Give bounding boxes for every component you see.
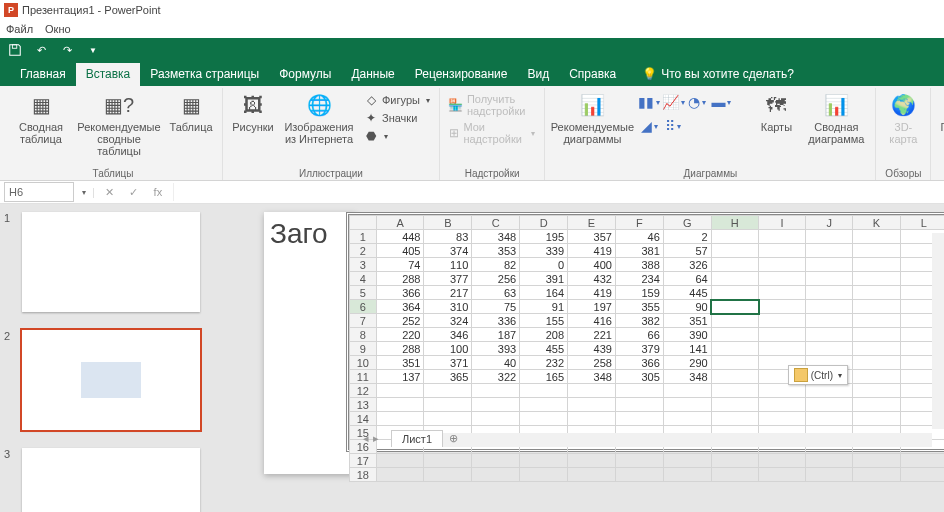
tab-insert[interactable]: Вставка [76, 63, 141, 86]
recommended-pivot-button[interactable]: ▦?Рекомендуемые сводные таблицы [78, 90, 160, 157]
recommended-pivot-icon: ▦? [106, 92, 132, 118]
maps-icon: 🗺 [763, 92, 789, 118]
formula-input[interactable] [173, 183, 940, 201]
tab-review[interactable]: Рецензирование [405, 63, 518, 86]
enter-icon[interactable]: ✓ [125, 183, 143, 201]
group-tables: ▦Сводная таблица ▦?Рекомендуемые сводные… [4, 88, 223, 180]
pivot-table-button[interactable]: ▦Сводная таблица [10, 90, 72, 145]
icons-button[interactable]: ✦Значки [361, 110, 433, 126]
recommended-charts-button[interactable]: 📊Рекомендуемые диаграммы [551, 90, 633, 145]
icons-icon: ✦ [364, 111, 378, 125]
fx-icon[interactable]: fx [149, 183, 167, 201]
line-chart-icon[interactable]: 📈▾ [663, 92, 683, 112]
group-addins-label: Надстройки [465, 166, 520, 179]
tab-formulas[interactable]: Формулы [269, 63, 341, 86]
formula-bar: H6 ▾ | ✕ ✓ fx [0, 181, 944, 204]
group-charts: 📊Рекомендуемые диаграммы ▮▮▾ 📈▾ ◔▾ ▬▾ ◢▾… [545, 88, 876, 180]
tab-layout[interactable]: Разметка страницы [140, 63, 269, 86]
menu-window[interactable]: Окно [45, 23, 71, 35]
qat-more-icon[interactable]: ▼ [84, 41, 102, 59]
sheet-tabs: ◂ ▸ Лист1 ⊕ [351, 429, 463, 447]
svg-rect-0 [12, 45, 16, 49]
my-addins-button[interactable]: ⊞Мои надстройки▾ [446, 120, 538, 146]
tab-view[interactable]: Вид [517, 63, 559, 86]
pivot-chart-icon: 📊 [823, 92, 849, 118]
window-title: Презентация1 - PowerPoint [22, 4, 161, 16]
thumb-num: 2 [4, 330, 16, 430]
app-icon: P [4, 3, 18, 17]
tell-me-label: Что вы хотите сделать? [661, 67, 794, 81]
column-chart-icon[interactable]: ▮▮▾ [639, 92, 659, 112]
ribbon-tabs: Главная Вставка Разметка страницы Формул… [0, 62, 944, 86]
slide-thumb-3[interactable] [22, 448, 200, 512]
save-icon[interactable] [6, 41, 24, 59]
group-illus-label: Иллюстрации [299, 166, 363, 179]
pictures-button[interactable]: 🖼Рисунки [229, 90, 277, 133]
vertical-scrollbar[interactable] [932, 233, 944, 429]
tab-help[interactable]: Справка [559, 63, 626, 86]
bar-chart-icon[interactable]: ▬▾ [711, 92, 731, 112]
group-tables-label: Таблицы [93, 166, 134, 179]
ribbon: ▦Сводная таблица ▦?Рекомендуемые сводные… [0, 86, 944, 181]
slide-canvas: Заго ABCDEFGHIJKL14488334819535746224053… [222, 204, 944, 512]
spark-line-button[interactable]: 〽График [937, 90, 944, 133]
slide-thumb-1[interactable] [22, 212, 200, 312]
group-addins: 🏪Получить надстройки ⊞Мои надстройки▾ На… [440, 88, 545, 180]
add-sheet-button[interactable]: ⊕ [443, 432, 463, 445]
online-pictures-icon: 🌐 [306, 92, 332, 118]
thumb-num: 1 [4, 212, 16, 312]
addins-icon: ⊞ [449, 126, 459, 140]
name-box[interactable]: H6 [4, 182, 74, 202]
3d-map-button[interactable]: 🌍3D-карта [882, 90, 924, 145]
recommended-charts-icon: 📊 [579, 92, 605, 118]
area-chart-icon[interactable]: ◢▾ [639, 116, 659, 136]
namebox-drop-icon[interactable]: ▾ [82, 188, 86, 197]
sheet-tab[interactable]: Лист1 [391, 430, 443, 447]
paste-options-tag[interactable]: (Ctrl)▾ [788, 365, 848, 385]
store-icon: 🏪 [449, 98, 463, 112]
sheet-nav[interactable]: ◂ ▸ [351, 432, 391, 445]
tell-me[interactable]: 💡Что вы хотите сделать? [632, 63, 804, 86]
table-icon: ▦ [178, 92, 204, 118]
bulb-icon: 💡 [642, 67, 657, 81]
globe-icon: 🌍 [890, 92, 916, 118]
pivot-table-icon: ▦ [28, 92, 54, 118]
slide-thumb-2[interactable] [22, 330, 200, 430]
table-button[interactable]: ▦Таблица [166, 90, 216, 133]
group-charts-label: Диаграммы [684, 166, 738, 179]
horizontal-scrollbar[interactable] [391, 433, 932, 447]
workspace: 1 2 3 Заго ABCDEFGHIJKL14488334819535746… [0, 204, 944, 512]
maps-button[interactable]: 🗺Карты [755, 90, 797, 133]
tab-home[interactable]: Главная [10, 63, 76, 86]
pivot-chart-button[interactable]: 📊Сводная диаграмма [803, 90, 869, 145]
shapes-button[interactable]: ◇Фигуры▾ [361, 92, 433, 108]
cancel-icon[interactable]: ✕ [101, 183, 119, 201]
thumb-embed-preview [81, 362, 141, 398]
menu-file[interactable]: Файл [6, 23, 33, 35]
undo-icon[interactable]: ↶ [32, 41, 50, 59]
slide-title-placeholder: Заго [270, 218, 328, 249]
group-tours: 🌍3D-карта Обзоры [876, 88, 931, 180]
get-addins-button[interactable]: 🏪Получить надстройки [446, 92, 538, 118]
slide[interactable]: Заго [264, 212, 356, 474]
menu-bar: Файл Окно [0, 20, 944, 38]
pictures-icon: 🖼 [240, 92, 266, 118]
slide-thumbnails: 1 2 3 [0, 204, 222, 512]
smartart-icon: ⬣ [364, 129, 378, 143]
group-sparklines: 〽График ▮▮▮Гистограмма ▪▫▪Выигрыш/проигр… [931, 88, 944, 180]
tab-data[interactable]: Данные [341, 63, 404, 86]
quick-access-toolbar: ↶ ↷ ▼ [0, 38, 944, 62]
group-illustrations: 🖼Рисунки 🌐Изображения из Интернета ◇Фигу… [223, 88, 440, 180]
online-pictures-button[interactable]: 🌐Изображения из Интернета [283, 90, 355, 145]
chart-gallery: ▮▮▾ 📈▾ ◔▾ ▬▾ ◢▾ ⠿▾ [639, 90, 749, 136]
redo-icon[interactable]: ↷ [58, 41, 76, 59]
pie-chart-icon[interactable]: ◔▾ [687, 92, 707, 112]
clipboard-icon [794, 368, 808, 382]
scatter-chart-icon[interactable]: ⠿▾ [663, 116, 683, 136]
title-bar: P Презентация1 - PowerPoint [0, 0, 944, 20]
more-illus-button[interactable]: ⬣▾ [361, 128, 433, 144]
thumb-num: 3 [4, 448, 16, 512]
group-tours-label: Обзоры [885, 166, 921, 179]
embedded-excel[interactable]: ABCDEFGHIJKL1448833481953574622405374353… [346, 212, 944, 452]
shapes-icon: ◇ [364, 93, 378, 107]
